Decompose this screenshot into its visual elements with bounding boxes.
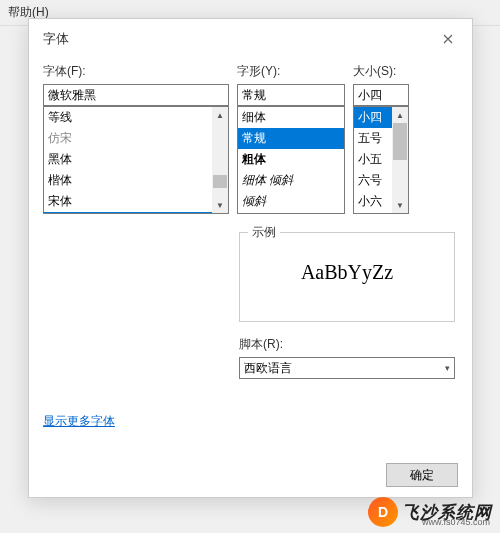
more-fonts-link[interactable]: 显示更多字体 [43,413,115,430]
watermark-brand: 飞沙系统网 [402,501,492,524]
ok-button[interactable]: 确定 [386,463,458,487]
style-input[interactable] [237,84,345,106]
size-label: 大小(S): [353,63,409,80]
list-item[interactable]: 小五 [354,149,392,170]
list-item[interactable]: 小四 [354,107,392,128]
list-item[interactable]: 宋体 [44,191,228,212]
font-dialog: 字体 字体(F): 等线 仿宋 黑体 楷体 宋体 微软雅黑 新宋体 [28,18,473,498]
size-input[interactable] [353,84,409,106]
watermark-icon: D [368,497,398,527]
dialog-content: 字体(F): 等线 仿宋 黑体 楷体 宋体 微软雅黑 新宋体 ▲ [29,59,472,440]
style-listbox[interactable]: 细体 常规 粗体 细体 倾斜 倾斜 粗偏斜体 [237,106,345,214]
scroll-up-icon[interactable]: ▲ [392,107,408,123]
style-label: 字形(Y): [237,63,345,80]
size-column: 大小(S): 小四 五号 小五 六号 小六 七号 八号 ▲ [353,63,409,214]
font-label: 字体(F): [43,63,229,80]
script-select[interactable]: 西欧语言 ▾ [239,357,455,379]
scroll-down-icon[interactable]: ▼ [392,197,408,213]
list-item[interactable]: 六号 [354,170,392,191]
close-button[interactable] [432,27,464,51]
scroll-down-icon[interactable]: ▼ [212,197,228,213]
style-column: 字形(Y): 细体 常规 粗体 细体 倾斜 倾斜 粗偏斜体 [237,63,345,214]
list-item[interactable]: 粗体 [238,149,344,170]
list-item[interactable]: 黑体 [44,149,228,170]
preview-text: AaBbYyZz [250,261,444,284]
scrollbar[interactable]: ▲ ▼ [212,107,228,213]
font-column: 字体(F): 等线 仿宋 黑体 楷体 宋体 微软雅黑 新宋体 ▲ [43,63,229,214]
scrollbar[interactable]: ▲ ▼ [392,107,408,213]
font-listbox[interactable]: 等线 仿宋 黑体 楷体 宋体 微软雅黑 新宋体 ▲ ▼ [43,106,229,214]
list-item[interactable]: 小六 [354,191,392,212]
close-icon [443,34,453,44]
preview-label: 示例 [248,224,280,241]
script-value: 西欧语言 [244,360,292,377]
chevron-down-icon: ▾ [445,363,450,373]
font-input[interactable] [43,84,229,106]
dialog-title: 字体 [43,30,69,48]
list-item[interactable]: 细体 倾斜 [238,170,344,191]
list-item[interactable]: 微软雅黑 [44,212,228,213]
watermark-url: www.fs0745.com [422,517,490,527]
scroll-thumb[interactable] [393,123,407,160]
script-section: 脚本(R): 西欧语言 ▾ [239,336,455,379]
size-listbox[interactable]: 小四 五号 小五 六号 小六 七号 八号 ▲ ▼ [353,106,409,214]
list-item[interactable]: 等线 [44,107,228,128]
list-item[interactable]: 倾斜 [238,191,344,212]
list-item[interactable]: 仿宋 [44,128,228,149]
scroll-track[interactable] [392,123,408,197]
list-item[interactable]: 楷体 [44,170,228,191]
watermark: D 飞沙系统网 www.fs0745.com [368,497,492,527]
list-item[interactable]: 七号 [354,212,392,213]
preview-group: 示例 AaBbYyZz [239,232,455,322]
top-row: 字体(F): 等线 仿宋 黑体 楷体 宋体 微软雅黑 新宋体 ▲ [43,63,458,214]
button-row: 确定 [386,463,458,487]
scroll-up-icon[interactable]: ▲ [212,107,228,123]
scroll-track[interactable] [212,123,228,197]
list-item[interactable]: 五号 [354,128,392,149]
scroll-thumb[interactable] [213,175,227,188]
title-bar: 字体 [29,19,472,59]
help-menu[interactable]: 帮助(H) [8,5,49,19]
list-item[interactable]: 细体 [238,107,344,128]
list-item[interactable]: 常规 [238,128,344,149]
list-item[interactable]: 粗偏斜体 [238,212,344,213]
script-label: 脚本(R): [239,336,455,353]
